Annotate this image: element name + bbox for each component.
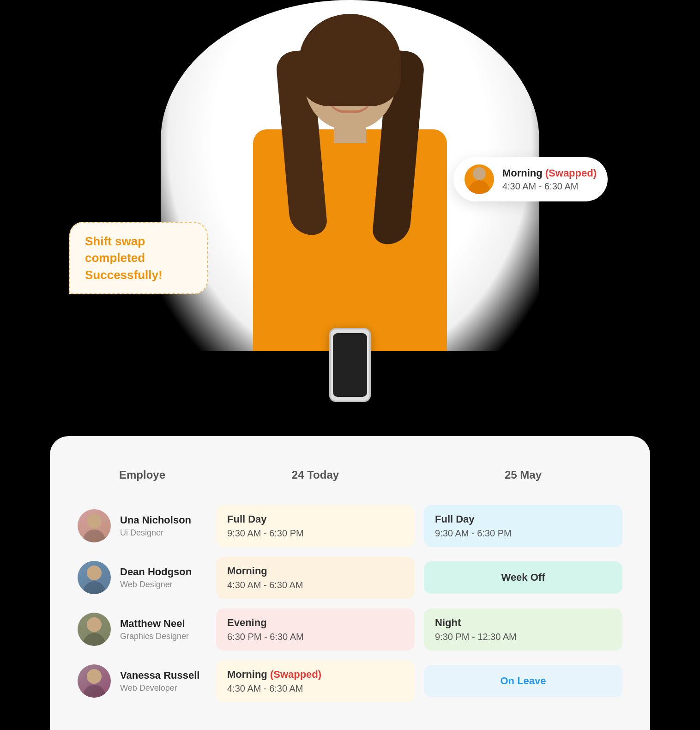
- emp-info-una: Una Nicholson Ui Designer: [120, 514, 191, 538]
- week-off-label-dean: Week Off: [501, 572, 545, 584]
- emp-role-dean: Web Designer: [120, 580, 192, 590]
- table-row: Dean Hodgson Web Designer Morning 4:30 A…: [78, 556, 622, 599]
- notif-title-text: Morning: [502, 167, 545, 179]
- shift-label-una-may25: Full Day: [435, 513, 611, 525]
- shift-today-una: Full Day 9:30 AM - 6:30 PM: [216, 505, 415, 547]
- shift-time-una-today: 9:30 AM - 6:30 PM: [227, 528, 404, 539]
- shift-time-dean-today: 4:30 AM - 6:30 AM: [227, 580, 404, 590]
- emp-name-matthew: Matthew Neel: [120, 618, 189, 630]
- header-today: 24 Today: [216, 459, 415, 491]
- header-may25: 25 May: [424, 459, 622, 491]
- header-employee-label: Employe: [119, 468, 165, 481]
- person-body: [253, 129, 447, 351]
- avatar-face: [87, 617, 102, 632]
- person-neck: [334, 120, 366, 143]
- shift-time-vanessa-today: 4:30 AM - 6:30 AM: [227, 683, 404, 694]
- emp-info-vanessa: Vanessa Russell Web Developer: [120, 669, 199, 693]
- schedule-container: Employe 24 Today 25 May Una Nicholson Ui…: [50, 436, 650, 730]
- notif-avatar-body: [469, 180, 489, 194]
- schedule-rows: Una Nicholson Ui Designer Full Day 9:30 …: [78, 505, 622, 702]
- notification-bubble: Morning (Swapped) 4:30 AM - 6:30 AM: [453, 157, 608, 201]
- notif-text: Morning (Swapped) 4:30 AM - 6:30 AM: [502, 167, 597, 192]
- shift-may25-matthew: Night 9:30 PM - 12:30 AM: [424, 608, 622, 651]
- success-line1: Shift swap completed: [85, 234, 145, 265]
- shift-label-dean-today: Morning: [227, 565, 404, 577]
- success-line2: Successfully!: [85, 268, 163, 282]
- avatar-body: [83, 529, 105, 542]
- shift-may25-vanessa: On Leave: [424, 665, 622, 697]
- avatar-matthew: [78, 613, 111, 646]
- notif-title: Morning (Swapped): [502, 167, 597, 179]
- emp-role-una: Ui Designer: [120, 528, 191, 538]
- shift-swapped-label: (Swapped): [270, 669, 321, 680]
- table-row: Una Nicholson Ui Designer Full Day 9:30 …: [78, 505, 622, 547]
- shift-label-vanessa-today: Morning (Swapped): [227, 669, 404, 681]
- header-today-label: 24 Today: [292, 468, 339, 481]
- phone-screen: [333, 333, 367, 397]
- avatar-body: [83, 633, 105, 646]
- emp-name-una: Una Nicholson: [120, 514, 191, 526]
- success-bubble: Shift swap completed Successfully!: [69, 222, 208, 294]
- shift-label-vanessa-text: Morning: [227, 669, 270, 680]
- shift-today-vanessa: Morning (Swapped) 4:30 AM - 6:30 AM: [216, 660, 415, 702]
- employee-cell-vanessa: Vanessa Russell Web Developer: [78, 660, 207, 702]
- avatar-face: [87, 566, 102, 580]
- shift-today-dean: Morning 4:30 AM - 6:30 AM: [216, 557, 415, 599]
- shift-label-matthew-may25: Night: [435, 617, 611, 629]
- hair-top: [299, 14, 401, 106]
- employee-cell-dean: Dean Hodgson Web Designer: [78, 556, 207, 599]
- employee-cell-una: Una Nicholson Ui Designer: [78, 505, 207, 547]
- avatar-body: [83, 685, 105, 698]
- emp-info-matthew: Matthew Neel Graphics Designer: [120, 618, 189, 641]
- emp-role-vanessa: Web Developer: [120, 683, 199, 693]
- notif-avatar-head: [473, 167, 486, 180]
- emp-role-matthew: Graphics Designer: [120, 632, 189, 641]
- avatar-face: [87, 669, 102, 684]
- header-may25-label: 25 May: [505, 468, 542, 481]
- header-employee: Employe: [78, 459, 207, 491]
- notif-time: 4:30 AM - 6:30 AM: [502, 181, 597, 192]
- emp-info-dean: Dean Hodgson Web Designer: [120, 566, 192, 590]
- shift-time-una-may25: 9:30 AM - 6:30 PM: [435, 528, 611, 539]
- shift-may25-una: Full Day 9:30 AM - 6:30 PM: [424, 505, 622, 547]
- avatar-vanessa: [78, 664, 111, 698]
- shift-time-matthew-may25: 9:30 PM - 12:30 AM: [435, 632, 611, 642]
- table-row: Matthew Neel Graphics Designer Evening 6…: [78, 608, 622, 651]
- avatar-body: [83, 581, 105, 594]
- success-text: Shift swap completed Successfully!: [85, 233, 192, 283]
- on-leave-label-vanessa: On Leave: [500, 675, 546, 687]
- notif-swapped-label: (Swapped): [545, 167, 597, 179]
- schedule-header: Employe 24 Today 25 May: [78, 459, 622, 491]
- avatar-dean: [78, 561, 111, 594]
- shift-time-matthew-today: 6:30 PM - 6:30 AM: [227, 632, 404, 642]
- notif-avatar: [465, 164, 494, 194]
- avatar-una: [78, 509, 111, 542]
- emp-name-dean: Dean Hodgson: [120, 566, 192, 578]
- shift-may25-dean: Week Off: [424, 561, 622, 594]
- phone: [329, 328, 371, 402]
- avatar-face: [87, 514, 102, 529]
- shift-label-matthew-today: Evening: [227, 617, 404, 629]
- emp-name-vanessa: Vanessa Russell: [120, 669, 199, 681]
- table-row: Vanessa Russell Web Developer Morning (S…: [78, 660, 622, 702]
- person-figure: [230, 14, 470, 347]
- employee-cell-matthew: Matthew Neel Graphics Designer: [78, 608, 207, 651]
- shift-label-una-today: Full Day: [227, 513, 404, 525]
- shift-today-matthew: Evening 6:30 PM - 6:30 AM: [216, 608, 415, 651]
